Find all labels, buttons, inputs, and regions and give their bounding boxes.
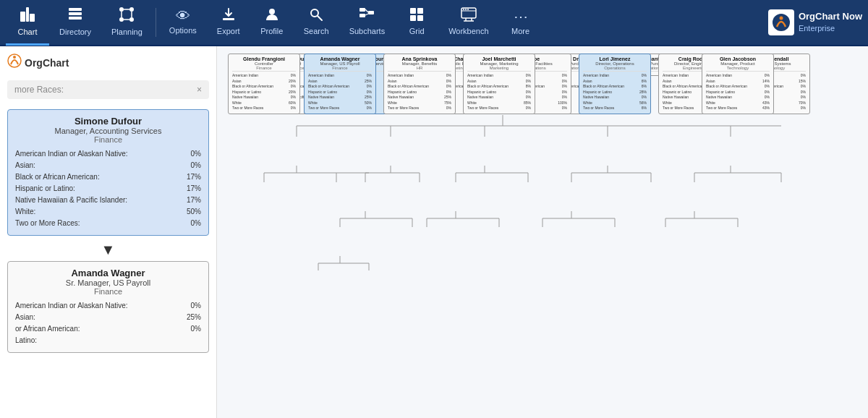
stat-value: 17% bbox=[187, 171, 201, 183]
profile-icon bbox=[265, 7, 279, 25]
node-glendu[interactable]: Glendu Frangioni Controller Finance Amer… bbox=[228, 54, 300, 114]
stat-value: 17% bbox=[187, 183, 201, 195]
nav-label-grid: Grid bbox=[409, 27, 425, 35]
svg-line-21 bbox=[365, 9, 368, 12]
svg-rect-4 bbox=[69, 12, 82, 15]
svg-rect-19 bbox=[359, 14, 365, 17]
node-joel[interactable]: Joel Marchetti Manager, Marketing Market… bbox=[463, 54, 535, 114]
svg-point-8 bbox=[119, 17, 124, 22]
nav-item-planning[interactable]: Planning bbox=[101, 0, 153, 46]
nav-item-options[interactable]: 👁 Options bbox=[159, 0, 207, 46]
brand-logo bbox=[768, 9, 794, 35]
left-card-simone[interactable]: Simone Dufour Manager, Accounting Servic… bbox=[7, 109, 209, 236]
brand-sub: Enterprise bbox=[799, 23, 862, 33]
card-name-simone: Simone Dufour bbox=[15, 116, 201, 127]
stat-label: White: bbox=[15, 206, 35, 218]
stat-row: Black or African American: 17% bbox=[15, 171, 201, 183]
stat-row: American Indian or Alaskan Native: 0% bbox=[15, 148, 201, 160]
stat-value: 0% bbox=[191, 218, 201, 229]
stat-row: Latino: bbox=[15, 335, 201, 346]
subcharts-icon bbox=[359, 7, 375, 25]
chart-icon bbox=[20, 7, 35, 26]
node-lori[interactable]: Lori Jimenez Director, Operations Operat… bbox=[579, 54, 651, 114]
grid-icon bbox=[409, 7, 424, 25]
card-name-amanda: Amanda Wagner bbox=[15, 268, 201, 278]
nav-item-directory[interactable]: Directory bbox=[49, 0, 101, 46]
stat-value: 0% bbox=[191, 323, 201, 335]
stat-label: American Indian or Alaskan Native: bbox=[15, 300, 128, 312]
nav-label-subcharts: Subcharts bbox=[349, 27, 386, 35]
left-card-amanda[interactable]: Amanda Wagner Sr. Manager, US Payroll Fi… bbox=[7, 261, 209, 353]
stat-label: Two or More Races: bbox=[15, 218, 80, 229]
nav-label-options: Options bbox=[169, 26, 197, 35]
stat-value: 0% bbox=[191, 160, 201, 171]
stat-value: 17% bbox=[187, 195, 201, 206]
workbench-icon bbox=[461, 7, 477, 25]
nav-item-grid[interactable]: Grid bbox=[395, 0, 438, 46]
stat-label: Hispanic or Latino: bbox=[15, 183, 75, 195]
card-title-amanda: Sr. Manager, US Payroll bbox=[15, 278, 201, 287]
card-dept-simone: Finance bbox=[15, 135, 201, 144]
svg-rect-5 bbox=[69, 17, 82, 20]
nav-label-directory: Directory bbox=[59, 27, 91, 36]
nav-label-search: Search bbox=[304, 27, 329, 35]
top-nav: Chart Directory bbox=[0, 0, 868, 46]
nav-label-export: Export bbox=[217, 27, 240, 35]
svg-point-9 bbox=[129, 17, 134, 22]
node-ana[interactable]: Ana Sprinkova Manager, Benefits HR Ameri… bbox=[383, 54, 456, 114]
node-glen[interactable]: Glen Jacobson Manager, Product Technolog… bbox=[702, 54, 774, 114]
brand-text: OrgChart Now Enterprise bbox=[799, 11, 862, 33]
tree-wrapper: .tc { position: relative; width: 870px; … bbox=[224, 54, 861, 393]
stat-label: American Indian or Alaskan Native: bbox=[15, 148, 128, 160]
svg-point-38 bbox=[13, 56, 16, 59]
options-icon: 👁 bbox=[176, 8, 190, 25]
svg-point-30 bbox=[465, 9, 467, 10]
nav-item-subcharts[interactable]: Subcharts bbox=[339, 0, 396, 46]
planning-icon bbox=[119, 7, 135, 26]
nav-label-profile: Profile bbox=[260, 27, 283, 35]
svg-point-31 bbox=[467, 9, 469, 10]
nav-brand: OrgChart Now Enterprise bbox=[768, 9, 862, 35]
stat-label: Latino: bbox=[15, 335, 37, 346]
nav-divider-1 bbox=[156, 8, 156, 37]
stat-value: 25% bbox=[187, 312, 201, 323]
nav-item-more[interactable]: ⋯ More bbox=[499, 0, 542, 46]
orgchart-logo-icon bbox=[7, 54, 22, 72]
node-amanda-tree[interactable]: Amanda Wagner Manager, US Payroll Financ… bbox=[304, 54, 376, 114]
main-content: OrgChart more Races: × Simone Dufour Man… bbox=[0, 46, 868, 418]
svg-point-7 bbox=[129, 7, 134, 12]
search-clear-button[interactable]: × bbox=[197, 85, 202, 95]
search-bar[interactable]: more Races: × bbox=[7, 80, 209, 99]
svg-line-22 bbox=[365, 14, 368, 15]
stat-value: 0% bbox=[191, 148, 201, 160]
nav-item-export[interactable]: Export bbox=[207, 0, 250, 46]
svg-line-17 bbox=[318, 16, 322, 20]
stat-row: Two or More Races: 0% bbox=[15, 218, 201, 229]
svg-rect-18 bbox=[359, 8, 365, 12]
nav-item-profile[interactable]: Profile bbox=[250, 0, 294, 46]
svg-point-15 bbox=[269, 9, 275, 14]
svg-rect-0 bbox=[20, 12, 25, 22]
more-icon: ⋯ bbox=[514, 8, 528, 25]
stat-label: Black or African American: bbox=[15, 171, 100, 183]
nav-item-search[interactable]: Search bbox=[294, 0, 339, 46]
left-panel: OrgChart more Races: × Simone Dufour Man… bbox=[0, 46, 217, 418]
arrow-down-1: ▼ bbox=[7, 242, 209, 258]
nav-item-workbench[interactable]: Workbench bbox=[438, 0, 498, 46]
stat-label: Asian: bbox=[15, 312, 35, 323]
svg-rect-14 bbox=[223, 18, 234, 20]
chart-area[interactable]: .tc { position: relative; width: 870px; … bbox=[217, 46, 868, 418]
nav-item-chart[interactable]: Chart bbox=[6, 0, 49, 46]
directory-icon bbox=[67, 7, 83, 26]
nav-label-chart: Chart bbox=[18, 27, 38, 36]
tree-container: Martin Sullivan Chairman & CEO American … bbox=[224, 54, 854, 393]
svg-rect-2 bbox=[30, 14, 35, 22]
org-logo-text: OrgChart bbox=[25, 57, 69, 69]
svg-rect-20 bbox=[368, 11, 374, 14]
stat-value: 0% bbox=[191, 300, 201, 312]
org-logo: OrgChart bbox=[7, 54, 209, 72]
svg-point-6 bbox=[119, 7, 124, 12]
stat-label: Asian: bbox=[15, 160, 35, 171]
svg-point-36 bbox=[779, 17, 783, 20]
stat-row: Asian: 0% bbox=[15, 160, 201, 171]
